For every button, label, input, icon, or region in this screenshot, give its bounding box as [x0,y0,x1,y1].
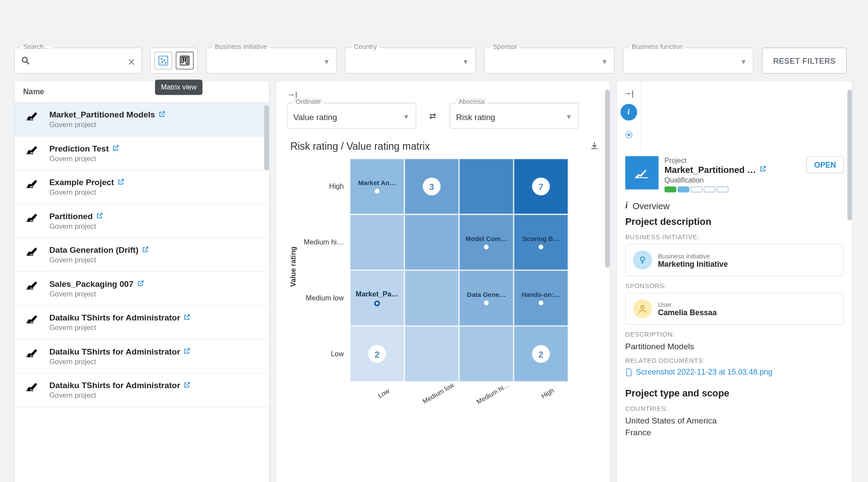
matrix-cell[interactable]: Model Com… [459,214,513,270]
list-item-title: Market_Partitioned Models [49,110,155,120]
abscissa-select[interactable]: Abscissa Risk rating ▼ [450,103,579,129]
matrix-cell[interactable] [404,270,459,326]
list-item[interactable]: Sales_Packaging 007Govern project [15,272,269,306]
row-label: Medium hi… [300,214,350,270]
filter-country[interactable]: Country ▼ [345,48,475,74]
ordinate-select[interactable]: Ordinate Value rating ▼ [287,103,416,129]
svg-point-6 [165,62,166,63]
filter-business-function[interactable]: Business function ▼ [623,48,754,74]
matrix-cell[interactable] [404,214,459,270]
matrix-cell[interactable] [350,214,404,270]
cell-count: 3 [423,178,441,196]
external-link-icon[interactable] [117,178,124,186]
cell-dot-icon [539,244,544,249]
project-list[interactable]: Market_Partitioned ModelsGovern projectP… [15,103,269,482]
bird-icon [25,178,41,191]
svg-point-14 [641,306,644,309]
list-item[interactable]: Dataiku TShirts for AdministratorGovern … [15,373,269,407]
filter-sponsor[interactable]: Sponsor ▼ [484,48,614,74]
main-area: Name Market_Partitioned ModelsGovern pro… [14,81,853,482]
collapse-left-icon[interactable]: →| [287,90,599,99]
external-link-icon[interactable] [158,110,165,119]
matrix-cell[interactable]: Scoring B… [513,214,568,270]
search-icon [21,55,31,68]
cell-count: 7 [532,178,550,196]
external-link-icon[interactable] [137,279,144,288]
search-field[interactable]: Search… ✕ [14,48,142,74]
cell-label: Scoring B… [522,235,560,242]
country-value: France [625,427,844,437]
external-link-icon[interactable] [184,347,191,356]
caret-down-icon: ▼ [601,58,608,66]
external-link-icon[interactable] [142,245,149,254]
open-project-button[interactable]: OPEN [806,156,844,173]
list-item-subtitle: Govern project [49,188,258,196]
list-item-subtitle: Govern project [49,358,258,366]
caret-down-icon: ▼ [740,58,747,66]
info-tab-icon[interactable]: i [620,104,637,120]
external-link-icon[interactable] [112,144,119,153]
list-item-subtitle: Govern project [49,222,258,231]
filter-business-initiative[interactable]: Business initiative ▼ [206,48,337,74]
list-item-title: Dataiku TShirts for Administrator [49,347,180,356]
matrix-cell[interactable]: Data Gene… [459,270,513,326]
filter-bar: Search… ✕ Business initiative ▼ Country … [14,48,853,74]
business-initiative-label: BUSINESS INITIATIVE: [625,233,844,240]
matrix-cell[interactable]: Market An… [350,158,404,214]
collapse-right-icon[interactable]: →| [623,89,634,98]
bird-icon [25,144,41,157]
cell-label: Data Gene… [467,291,506,298]
clear-search-icon[interactable]: ✕ [127,56,135,68]
list-item-subtitle: Govern project [49,290,258,298]
country-value: United States of America [625,416,844,425]
project-tile-icon [625,156,658,189]
external-link-icon[interactable] [184,313,191,322]
list-item[interactable]: Data Generation (Drift)Govern project [15,238,269,272]
list-item[interactable]: Prediction TestGovern project [15,137,269,171]
list-item[interactable]: Dataiku TShirts for AdministratorGovern … [15,306,269,340]
bird-icon [25,245,41,258]
list-item-title: Partitioned [49,211,93,221]
list-item[interactable]: PartitionedGovern project [15,204,269,238]
list-item-subtitle: Govern project [49,324,258,332]
matrix-cell[interactable]: 7 [513,158,568,214]
matrix-cells: Market An…37Model Com…Scoring B…Market_P… [350,158,568,382]
countries-label: COUNTRIES: [625,405,844,412]
external-link-icon[interactable] [760,165,767,174]
settings-tab-icon[interactable] [620,127,637,143]
list-item-title: Data Generation (Drift) [49,245,138,255]
cell-dot-icon [484,300,489,305]
matrix-cell[interactable]: 3 [404,158,459,214]
business-initiative-card[interactable]: Business initiative Marketing Initiative [625,244,844,276]
matrix-cell[interactable]: Market_Pa… [350,270,404,326]
external-link-icon[interactable] [96,212,103,220]
sponsors-label: SPONSORS: [625,282,844,289]
svg-rect-2 [159,56,168,65]
svg-rect-9 [184,58,186,61]
row-label: High [300,158,350,214]
svg-point-0 [22,57,27,62]
list-item[interactable]: Dataiku TShirts for AdministratorGovern … [15,340,269,374]
external-link-icon[interactable] [184,381,191,389]
svg-point-13 [641,257,644,261]
matrix-cell[interactable]: Hands-on:… [513,270,568,326]
download-icon[interactable] [589,141,599,152]
scope-heading: Project type and scope [625,388,844,399]
list-item[interactable]: Example ProjectGovern project [15,170,269,204]
kanban-view-button[interactable] [176,52,194,69]
user-icon [633,299,652,318]
related-doc-link[interactable]: Screenshot 2022-11-23 at 15.03.48.png [625,368,844,376]
swap-axes-icon[interactable]: ⇄ [429,111,436,120]
sponsor-card[interactable]: User Camelia Bessaa [625,293,844,324]
reset-filters-button[interactable]: RESET FILTERS [762,48,847,74]
project-type-label: Project [665,156,801,165]
list-item[interactable]: Market_Partitioned ModelsGovern project [15,103,269,137]
svg-rect-8 [182,58,183,63]
row-label: Low [300,326,350,382]
matrix-cell[interactable] [459,158,513,214]
project-description-heading: Project description [625,217,844,227]
scatter-view-button[interactable] [155,52,172,69]
search-legend: Search… [21,43,53,50]
info-icon: i [625,201,628,211]
cell-dot-icon [375,189,379,193]
